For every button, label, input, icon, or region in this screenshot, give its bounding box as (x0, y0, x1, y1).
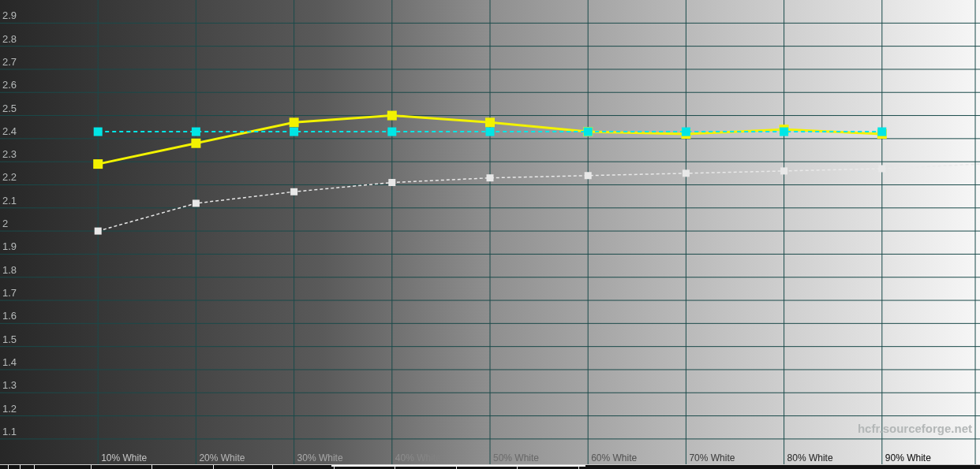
y-axis-tick-label: 2.9 (2, 10, 17, 21)
power-law-gamma-marker (878, 165, 885, 172)
window-edge-tick (334, 465, 335, 469)
reference-gamma-marker (290, 128, 298, 136)
y-axis-tick-label: 1.8 (2, 265, 17, 276)
measured-gamma-marker (290, 117, 299, 127)
window-edge-tick (20, 465, 21, 469)
reference-gamma-marker (877, 128, 886, 136)
power-law-gamma-marker (683, 169, 690, 177)
x-axis-tick-label: 40% White (395, 453, 441, 463)
watermark: hcfr.sourceforge.net (858, 422, 972, 435)
bottom-window-edge (0, 464, 980, 469)
y-axis-tick-label: 2.4 (2, 126, 17, 137)
y-axis-tick-label: 2.3 (2, 149, 17, 160)
y-axis-tick-label: 2.1 (2, 195, 17, 207)
window-edge-tick (213, 465, 214, 469)
x-axis-tick-label: 50% White (493, 453, 539, 463)
y-axis-tick-label: 2.6 (2, 80, 17, 91)
y-axis-tick-label: 1.7 (2, 288, 17, 299)
reference-gamma-marker (780, 128, 788, 136)
y-axis-tick-label: 1.5 (2, 334, 17, 345)
window-edge-tick (34, 465, 35, 469)
power-law-gamma-marker (95, 228, 102, 235)
window-edge-tick (272, 465, 273, 469)
power-law-gamma-marker (487, 174, 494, 181)
measured-gamma-marker (93, 159, 103, 169)
window-edge-tick (395, 465, 395, 469)
y-axis-tick-label: 2.8 (2, 34, 17, 45)
window-edge-tick (517, 465, 518, 469)
window-edge-tick (578, 465, 579, 469)
x-axis-tick-label: 10% White (101, 453, 147, 463)
y-axis-tick-label: 1.4 (2, 357, 17, 368)
measured-gamma-marker (485, 117, 495, 127)
gamma-chart-canvas (0, 0, 980, 469)
power-law-gamma-marker (193, 199, 200, 207)
reference-gamma-marker (94, 128, 103, 136)
reference-gamma-marker (682, 128, 690, 136)
power-law-gamma-line (98, 164, 980, 231)
x-axis-tick-label: 60% White (591, 453, 637, 463)
y-axis-tick-label: 2.5 (2, 103, 17, 114)
window-edge-tick (91, 465, 92, 469)
reference-gamma-marker (584, 128, 593, 136)
x-axis-tick-label: 80% White (787, 453, 833, 463)
x-axis-tick-label: 20% White (199, 453, 245, 463)
y-axis-tick-label: 2.2 (2, 172, 17, 183)
power-law-gamma-marker (585, 172, 592, 179)
reference-gamma-marker (387, 128, 396, 136)
measured-gamma-marker (191, 139, 200, 148)
window-edge-tick (151, 465, 152, 469)
measured-gamma-marker (387, 111, 397, 121)
y-axis-tick-label: 1.3 (2, 380, 17, 391)
window-edge-tick (456, 465, 457, 469)
y-axis-tick-label: 1.6 (2, 311, 17, 322)
y-axis-tick-label: 1.9 (2, 241, 17, 252)
gamma-tracking-chart: 2.92.82.72.62.52.42.32.22.121.91.81.71.6… (0, 0, 980, 469)
power-law-gamma-marker (290, 188, 297, 195)
y-axis-tick-label: 2 (2, 218, 8, 229)
x-axis-tick-label: 70% White (689, 453, 735, 463)
window-edge-highlight (331, 465, 585, 467)
window-edge-tick (8, 465, 9, 469)
y-axis-tick-label: 1.2 (2, 404, 17, 415)
x-axis-tick-label: 90% White (885, 453, 931, 463)
power-law-gamma-marker (780, 167, 787, 174)
power-law-gamma-marker (388, 179, 395, 186)
x-axis-tick-label: 30% White (297, 453, 343, 463)
reference-gamma-marker (192, 128, 200, 136)
reference-gamma-marker (486, 128, 495, 136)
y-axis-tick-label: 2.7 (2, 57, 17, 68)
y-axis-tick-label: 1.1 (2, 426, 17, 437)
